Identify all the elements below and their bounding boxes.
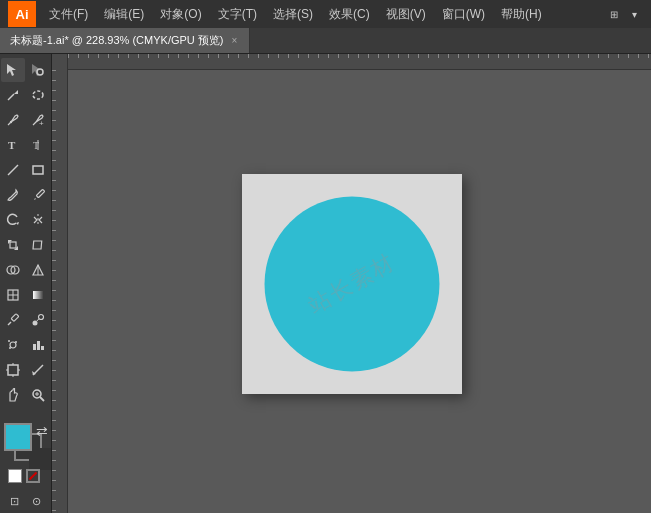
tool-row-11 xyxy=(0,308,51,332)
horizontal-ruler xyxy=(52,54,651,70)
tool-row-3: + xyxy=(0,108,51,132)
menu-help[interactable]: 帮助(H) xyxy=(494,4,549,25)
scale-tool[interactable] xyxy=(1,233,25,257)
mesh-tool[interactable] xyxy=(1,283,25,307)
svg-rect-13 xyxy=(36,189,44,197)
menu-edit[interactable]: 编辑(E) xyxy=(97,4,151,25)
bar-chart-tool[interactable] xyxy=(26,333,50,357)
svg-rect-28 xyxy=(33,291,43,299)
svg-point-32 xyxy=(39,315,44,320)
vertical-type-tool[interactable]: T xyxy=(26,133,50,157)
tab-label: 未标题-1.ai* @ 228.93% (CMYK/GPU 预览) xyxy=(10,33,224,48)
type-tool[interactable]: T xyxy=(1,133,25,157)
menu-effect[interactable]: 效果(C) xyxy=(322,4,377,25)
rotate-tool[interactable] xyxy=(1,208,25,232)
window-controls: ⊞ ▾ xyxy=(603,5,643,23)
tool-row-13 xyxy=(0,358,51,382)
extra-icons: ⊡ ⊙ xyxy=(0,489,51,513)
svg-rect-37 xyxy=(33,344,36,350)
free-transform-tool[interactable] xyxy=(26,233,50,257)
app-logo: Ai xyxy=(8,1,36,27)
menu-select[interactable]: 选择(S) xyxy=(266,4,320,25)
pencil-tool[interactable] xyxy=(26,183,50,207)
tool-row-5 xyxy=(0,158,51,182)
svg-marker-1 xyxy=(32,64,41,76)
svg-rect-17 xyxy=(10,242,16,248)
svg-rect-29 xyxy=(11,314,19,322)
menu-window[interactable]: 窗口(W) xyxy=(435,4,492,25)
reflect-tool[interactable] xyxy=(26,208,50,232)
none-color-button[interactable] xyxy=(26,469,40,483)
tool-row-1 xyxy=(0,58,51,82)
svg-line-11 xyxy=(8,165,18,175)
eyedropper-tool[interactable] xyxy=(1,308,25,332)
svg-point-33 xyxy=(10,342,16,348)
dropdown-button[interactable]: ▾ xyxy=(625,5,643,23)
hand-tool[interactable] xyxy=(1,383,25,407)
artboard: 站长素材 xyxy=(242,174,462,394)
main-area: + T T xyxy=(0,54,651,513)
rectangle-tool[interactable] xyxy=(26,158,50,182)
pen-tool[interactable] xyxy=(1,108,25,132)
tab-bar: 未标题-1.ai* @ 228.93% (CMYK/GPU 预览) × xyxy=(0,28,651,54)
magic-wand-tool[interactable] xyxy=(1,83,25,107)
svg-marker-0 xyxy=(7,64,16,76)
tool-row-2 xyxy=(0,83,51,107)
svg-rect-39 xyxy=(41,346,44,350)
tool-row-9 xyxy=(0,258,51,282)
menu-object[interactable]: 对象(O) xyxy=(153,4,208,25)
document-tab[interactable]: 未标题-1.ai* @ 228.93% (CMYK/GPU 预览) × xyxy=(0,28,250,53)
svg-rect-12 xyxy=(33,166,43,174)
svg-marker-4 xyxy=(14,90,18,94)
slice-tool[interactable] xyxy=(26,358,50,382)
svg-rect-40 xyxy=(8,365,18,375)
change-screen-mode-button[interactable]: ⊡ xyxy=(5,491,25,511)
svg-point-36 xyxy=(9,347,11,349)
color-swatches: ⇄ xyxy=(0,417,51,489)
default-colors-button[interactable] xyxy=(8,469,22,483)
paintbrush-tool[interactable] xyxy=(1,183,25,207)
zoom-tool[interactable] xyxy=(26,383,50,407)
tool-row-12 xyxy=(0,333,51,357)
svg-point-35 xyxy=(15,341,17,343)
perspective-grid-tool[interactable] xyxy=(26,258,50,282)
canvas-area[interactable]: 站长素材 xyxy=(52,54,651,513)
toolbar: + T T xyxy=(0,54,52,513)
tab-close-button[interactable]: × xyxy=(230,34,240,47)
swatch-stack: ⇄ xyxy=(4,423,48,463)
svg-marker-14 xyxy=(34,198,36,200)
tool-row-10 xyxy=(0,283,51,307)
tool-row-4: T T xyxy=(0,133,51,157)
blend-tool[interactable] xyxy=(26,308,50,332)
svg-line-3 xyxy=(8,94,14,100)
direct-selection-tool[interactable] xyxy=(26,58,50,82)
tool-row-8 xyxy=(0,233,51,257)
gradient-tool[interactable] xyxy=(26,283,50,307)
menu-file[interactable]: 文件(F) xyxy=(42,4,95,25)
lasso-tool[interactable] xyxy=(26,83,50,107)
vertical-ruler xyxy=(52,54,68,513)
menu-bar: 文件(F) 编辑(E) 对象(O) 文字(T) 选择(S) 效果(C) 视图(V… xyxy=(42,4,603,25)
circle-shape xyxy=(264,196,439,371)
tool-row-7 xyxy=(0,208,51,232)
fill-swatch[interactable] xyxy=(4,423,32,451)
extras-button[interactable]: ⊙ xyxy=(26,491,46,511)
swap-colors-button[interactable]: ⇄ xyxy=(36,423,48,439)
shape-builder-tool[interactable] xyxy=(1,258,25,282)
title-bar: Ai 文件(F) 编辑(E) 对象(O) 文字(T) 选择(S) 效果(C) 视… xyxy=(0,0,651,28)
artboard-tool[interactable] xyxy=(1,358,25,382)
tool-row-6 xyxy=(0,183,51,207)
line-tool[interactable] xyxy=(1,158,25,182)
svg-point-34 xyxy=(8,340,10,342)
grid-view-button[interactable]: ⊞ xyxy=(605,5,623,23)
svg-rect-38 xyxy=(37,341,40,350)
symbol-sprayer-tool[interactable] xyxy=(1,333,25,357)
add-anchor-tool[interactable]: + xyxy=(26,108,50,132)
tool-row-14 xyxy=(0,383,51,407)
svg-text:+: + xyxy=(39,119,44,127)
menu-type[interactable]: 文字(T) xyxy=(211,4,264,25)
selection-tool[interactable] xyxy=(1,58,25,82)
menu-view[interactable]: 视图(V) xyxy=(379,4,433,25)
svg-text:T: T xyxy=(8,139,16,151)
svg-point-31 xyxy=(33,321,38,326)
